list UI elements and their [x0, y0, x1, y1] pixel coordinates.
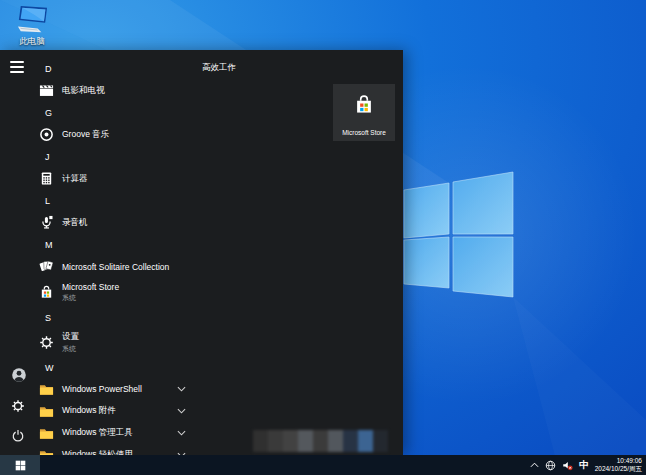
- hamburger-menu-button[interactable]: [10, 61, 24, 73]
- censored-block: [298, 430, 313, 452]
- section-letter-label: S: [45, 313, 51, 323]
- section-letter-S[interactable]: S: [36, 307, 194, 328]
- app-item-label: Windows 管理工具: [62, 427, 133, 439]
- section-letter-G[interactable]: G: [36, 102, 194, 123]
- ime-indicator[interactable]: 中: [579, 459, 589, 472]
- section-letter-label: J: [45, 152, 50, 162]
- app-item-label: Microsoft Store: [62, 282, 119, 292]
- this-pc-icon: [12, 5, 52, 35]
- folder-item-windows-powershell[interactable]: Windows PowerShell: [36, 378, 194, 400]
- expand-chevron-icon: [177, 408, 186, 414]
- section-letter-W[interactable]: W: [36, 357, 194, 378]
- windows-accessories-icon: [39, 404, 54, 419]
- censored-block: [268, 430, 283, 452]
- calculator-icon: [39, 171, 54, 186]
- section-letter-M[interactable]: M: [36, 234, 194, 255]
- app-item-label: 录音机: [62, 217, 88, 229]
- censored-block: [313, 430, 328, 452]
- solitaire-collection-icon: [39, 259, 54, 274]
- this-pc-label: 此电脑: [8, 36, 56, 48]
- app-item-label: Groove 音乐: [62, 129, 109, 141]
- censored-block: [328, 430, 343, 452]
- censored-block: [358, 430, 373, 452]
- folder-item-windows-admin-tools[interactable]: Windows 管理工具: [36, 422, 194, 444]
- app-item-sublabel: 系统: [62, 293, 119, 303]
- tile-group-header[interactable]: 高效工作: [202, 62, 236, 74]
- start-menu: D电影和电视GGroove 音乐J计算器L录音机MMicrosoft Solit…: [0, 50, 403, 455]
- microsoft-store-icon: [353, 94, 375, 116]
- app-item-groove-music[interactable]: Groove 音乐: [36, 123, 194, 146]
- section-letter-L[interactable]: L: [36, 190, 194, 211]
- windows-admin-tools-icon: [39, 426, 54, 441]
- folder-item-windows-accessories[interactable]: Windows 附件: [36, 400, 194, 422]
- tile-label: Microsoft Store: [342, 129, 386, 136]
- app-item-label: 计算器: [62, 173, 88, 185]
- system-tray: 中 10:49:06 2024/10/25/周五: [527, 455, 646, 475]
- app-item-movies-tv[interactable]: 电影和电视: [36, 79, 194, 102]
- settings-icon: [39, 335, 54, 350]
- section-letter-D[interactable]: D: [36, 58, 194, 79]
- microsoft-store-icon: [39, 285, 54, 300]
- start-button[interactable]: [0, 455, 40, 475]
- settings-button[interactable]: [8, 396, 28, 416]
- volume-muted-icon[interactable]: [562, 460, 573, 471]
- app-item-label: 设置: [62, 331, 79, 343]
- taskbar-clock[interactable]: 10:49:06 2024/10/25/周五: [595, 457, 642, 473]
- settings-icon: [11, 399, 26, 414]
- section-letter-label: W: [45, 363, 54, 373]
- app-item-calculator[interactable]: 计算器: [36, 167, 194, 190]
- taskbar: 中 10:49:06 2024/10/25/周五: [0, 455, 646, 475]
- app-item-sublabel: 系统: [62, 344, 79, 354]
- user-icon: [11, 367, 26, 382]
- censored-block: [283, 430, 298, 452]
- windows-desktop: 此电脑 D电影和电视GGroove 音乐J计算器L录音机MMicrosoft S…: [0, 0, 646, 475]
- censored-block: [373, 430, 388, 452]
- app-item-solitaire-collection[interactable]: Microsoft Solitaire Collection: [36, 255, 194, 278]
- network-globe-icon[interactable]: [545, 460, 556, 471]
- app-item-label: Microsoft Solitaire Collection: [62, 262, 169, 272]
- section-letter-J[interactable]: J: [36, 146, 194, 167]
- app-item-label: Windows 附件: [62, 405, 116, 417]
- movies-tv-icon: [39, 83, 54, 98]
- expand-chevron-icon: [177, 430, 186, 436]
- desktop-icon-this-pc[interactable]: 此电脑: [8, 5, 56, 48]
- hidden-icons-chevron-icon[interactable]: [530, 462, 539, 468]
- section-letter-label: D: [45, 64, 52, 74]
- clock-time: 10:49:06: [595, 457, 642, 465]
- censored-block: [343, 430, 358, 452]
- power-button[interactable]: [8, 426, 28, 446]
- censored-watermark: [253, 430, 388, 452]
- expand-chevron-icon: [177, 386, 186, 392]
- app-item-label: 电影和电视: [62, 85, 105, 97]
- voice-recorder-icon: [39, 215, 54, 230]
- windows-logo-icon: [15, 460, 26, 471]
- windows-powershell-icon: [39, 382, 54, 397]
- start-menu-app-list: D电影和电视GGroove 音乐J计算器L录音机MMicrosoft Solit…: [36, 58, 194, 466]
- power-icon: [11, 429, 26, 444]
- user-button[interactable]: [8, 364, 28, 384]
- section-letter-label: M: [45, 240, 53, 250]
- app-item-voice-recorder[interactable]: 录音机: [36, 211, 194, 234]
- app-item-settings[interactable]: 设置系统: [36, 328, 194, 357]
- section-letter-label: G: [45, 108, 52, 118]
- groove-music-icon: [39, 127, 54, 142]
- clock-date: 2024/10/25/周五: [595, 465, 642, 473]
- section-letter-label: L: [45, 196, 50, 206]
- app-item-microsoft-store[interactable]: Microsoft Store系统: [36, 278, 194, 307]
- app-item-label: Windows PowerShell: [62, 384, 142, 394]
- censored-block: [253, 430, 268, 452]
- tile-microsoft-store[interactable]: Microsoft Store: [333, 84, 395, 141]
